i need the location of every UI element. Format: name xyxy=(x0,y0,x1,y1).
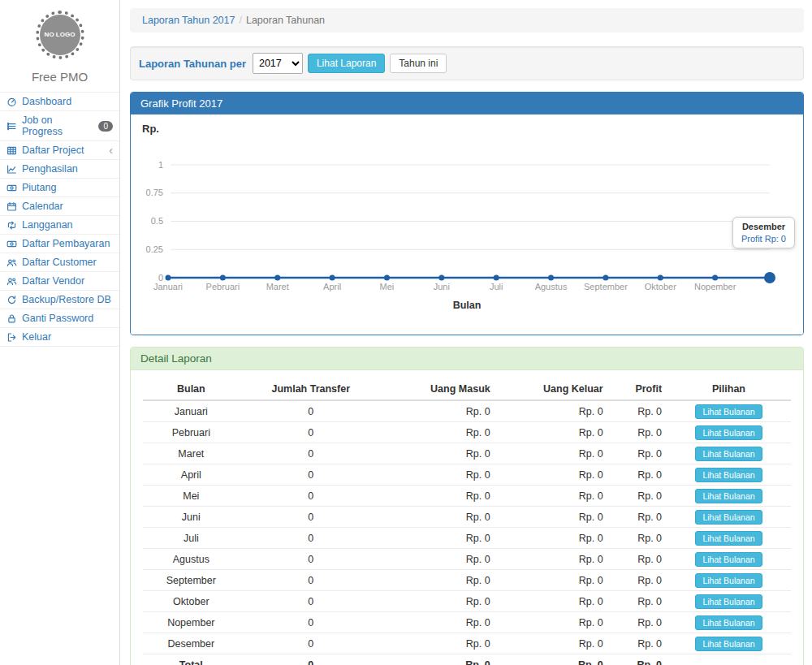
sidebar-item-penghasilan[interactable]: Penghasilan xyxy=(0,160,119,179)
transfer-cell: 0 xyxy=(240,443,382,464)
data-point[interactable] xyxy=(548,275,554,281)
lihat-bulanan-button[interactable]: Lihat Bulanan xyxy=(695,489,762,503)
keluar-cell: Rp. 0 xyxy=(495,570,608,591)
table-icon xyxy=(6,145,17,156)
dashboard-icon xyxy=(6,97,17,107)
sidebar-item-label: Calendar xyxy=(22,201,63,212)
data-point[interactable] xyxy=(166,275,171,281)
data-point[interactable] xyxy=(603,275,608,281)
action-cell: Lihat Bulanan xyxy=(667,612,791,633)
x-tick-label: Januari xyxy=(153,282,183,291)
x-tick-label: Pebruari xyxy=(206,282,240,291)
x-tick-label: Maret xyxy=(266,282,289,291)
chart-canvas: 00.250.50.751JanuariPebruariMaretAprilMe… xyxy=(140,135,793,326)
table-row: Pebruari0Rp. 0Rp. 0Rp. 0Lihat Bulanan xyxy=(143,422,791,443)
action-cell: Lihat Bulanan xyxy=(667,443,791,464)
table-row: Agustus0Rp. 0Rp. 0Rp. 0Lihat Bulanan xyxy=(143,549,791,570)
profit-cell: Rp. 0 xyxy=(608,422,667,443)
data-point[interactable] xyxy=(384,275,390,281)
sidebar-item-dashboard[interactable]: Dashboard xyxy=(0,93,119,111)
lihat-bulanan-button[interactable]: Lihat Bulanan xyxy=(695,637,762,651)
app-logo: NO LOGO xyxy=(40,15,80,55)
table-total-row: Total 0 Rp. 0 Rp. 0 Rp. 0 xyxy=(143,654,791,665)
column-header: Uang Masuk xyxy=(382,378,495,400)
table-row: September0Rp. 0Rp. 0Rp. 0Lihat Bulanan xyxy=(143,570,791,591)
masuk-cell: Rp. 0 xyxy=(382,633,495,654)
data-point[interactable] xyxy=(330,275,335,281)
data-point[interactable] xyxy=(438,275,444,281)
sidebar-item-keluar[interactable]: Keluar xyxy=(0,328,119,347)
month-cell: Desember xyxy=(143,633,240,654)
action-cell: Lihat Bulanan xyxy=(667,570,791,591)
lihat-bulanan-button[interactable]: Lihat Bulanan xyxy=(695,531,762,546)
lihat-bulanan-button[interactable]: Lihat Bulanan xyxy=(695,615,762,630)
year-select[interactable]: 2017 xyxy=(253,53,303,74)
sidebar-item-label: Daftar Vendor xyxy=(22,275,84,287)
masuk-cell: Rp. 0 xyxy=(382,570,495,591)
chart-y-axis-title: Rp. xyxy=(142,123,793,135)
refresh-icon xyxy=(6,295,17,305)
money-icon xyxy=(6,239,17,249)
sidebar-item-calendar[interactable]: Calendar xyxy=(0,197,119,216)
sidebar-item-backup-restore-db[interactable]: Backup/Restore DB xyxy=(0,291,119,309)
data-point-highlighted[interactable] xyxy=(764,272,775,283)
sidebar-item-piutang[interactable]: Piutang xyxy=(0,179,119,197)
lihat-bulanan-button[interactable]: Lihat Bulanan xyxy=(695,447,762,461)
report-table-body: Januari0Rp. 0Rp. 0Rp. 0Lihat BulananPebr… xyxy=(143,400,791,654)
lihat-bulanan-button[interactable]: Lihat Bulanan xyxy=(695,468,762,482)
brand-name: Free PMO xyxy=(0,70,119,84)
column-header: Pilihan xyxy=(667,378,791,400)
masuk-cell: Rp. 0 xyxy=(382,549,495,570)
data-point[interactable] xyxy=(712,275,718,281)
sidebar-item-langganan[interactable]: Langganan xyxy=(0,216,119,235)
action-cell: Lihat Bulanan xyxy=(667,549,791,570)
transfer-cell: 0 xyxy=(240,570,382,591)
users-icon xyxy=(6,257,17,268)
masuk-cell: Rp. 0 xyxy=(382,422,495,443)
sidebar-item-daftar-pembayaran[interactable]: Daftar Pembayaran xyxy=(0,235,119,253)
lihat-bulanan-button[interactable]: Lihat Bulanan xyxy=(695,573,762,588)
view-report-button[interactable]: Lihat Laporan xyxy=(308,54,385,73)
lihat-bulanan-button[interactable]: Lihat Bulanan xyxy=(695,510,762,525)
lihat-bulanan-button[interactable]: Lihat Bulanan xyxy=(695,404,762,419)
lihat-bulanan-button[interactable]: Lihat Bulanan xyxy=(695,594,762,609)
transfer-cell: 0 xyxy=(240,549,382,570)
x-tick-label: Juni xyxy=(434,282,450,291)
lihat-bulanan-button[interactable]: Lihat Bulanan xyxy=(695,425,762,440)
table-row: Mei0Rp. 0Rp. 0Rp. 0Lihat Bulanan xyxy=(143,486,791,507)
sidebar-item-job-on-progress[interactable]: Job on Progress0 xyxy=(0,111,119,141)
sidebar-item-label: Langganan xyxy=(22,219,73,231)
this-year-button[interactable]: Tahun ini xyxy=(390,54,447,73)
profit-cell: Rp. 0 xyxy=(608,528,667,549)
sidebar-item-daftar-customer[interactable]: Daftar Customer xyxy=(0,253,119,272)
sidebar-item-daftar-vendor[interactable]: Daftar Vendor xyxy=(0,272,119,291)
x-tick-label: Oktober xyxy=(645,282,676,291)
report-toolbar: Laporan Tahunan per 2017 Lihat Laporan T… xyxy=(130,46,804,80)
keluar-cell: Rp. 0 xyxy=(495,528,608,549)
data-point[interactable] xyxy=(658,275,663,281)
profit-chart-panel: Grafik Profit 2017 Rp. 00.250.50.751Janu… xyxy=(130,92,804,335)
breadcrumb-separator: / xyxy=(239,15,241,26)
data-point[interactable] xyxy=(220,275,226,281)
month-cell: Mei xyxy=(143,486,240,507)
profit-cell: Rp. 0 xyxy=(608,486,667,507)
transfer-cell: 0 xyxy=(240,422,382,443)
sidebar-item-label: Job on Progress xyxy=(22,114,93,137)
sidebar-item-label: Daftar Project xyxy=(22,145,84,156)
data-point[interactable] xyxy=(494,275,499,281)
lihat-bulanan-button[interactable]: Lihat Bulanan xyxy=(695,552,762,567)
table-row: April0Rp. 0Rp. 0Rp. 0Lihat Bulanan xyxy=(143,464,791,486)
month-cell: Juli xyxy=(143,528,240,549)
sidebar-item-daftar-project[interactable]: Daftar Project‹ xyxy=(0,141,119,160)
transfer-cell: 0 xyxy=(240,633,382,654)
breadcrumb-link[interactable]: Laporan Tahun 2017 xyxy=(142,15,235,26)
profit-cell: Rp. 0 xyxy=(608,443,667,464)
logo-wrap: NO LOGO xyxy=(0,0,119,58)
sidebar-item-ganti-password[interactable]: Ganti Password xyxy=(0,309,119,328)
action-cell: Lihat Bulanan xyxy=(667,464,791,486)
data-point[interactable] xyxy=(274,275,280,281)
profit-cell: Rp. 0 xyxy=(608,570,667,591)
chart-panel-body: Rp. 00.250.50.751JanuariPebruariMaretApr… xyxy=(131,114,803,335)
masuk-cell: Rp. 0 xyxy=(382,486,495,507)
x-tick-label: Mei xyxy=(380,282,395,291)
